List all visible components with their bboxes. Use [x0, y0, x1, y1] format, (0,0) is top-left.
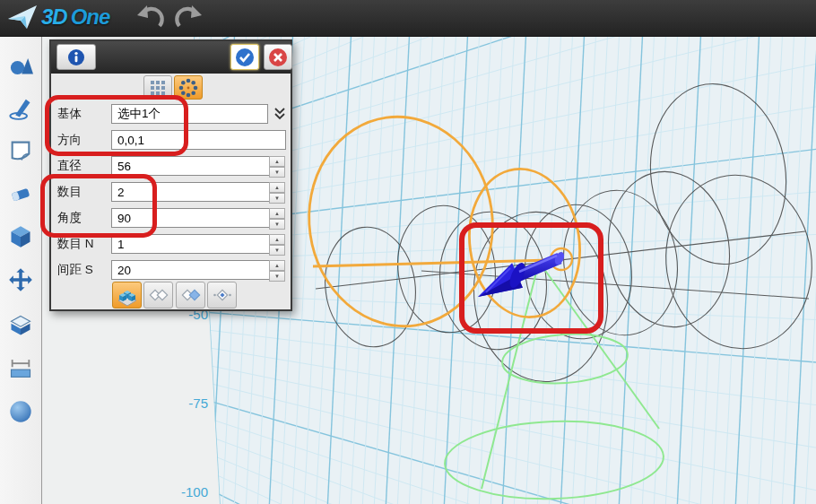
cancel-button[interactable]: [264, 44, 292, 70]
paper-plane-icon: [7, 4, 39, 30]
diameter-input[interactable]: [111, 156, 270, 176]
field-row-spacing-s: 间距 S ▲▼: [51, 259, 291, 281]
count-spinner: ▲▼: [269, 182, 285, 202]
sidebar-item-surface[interactable]: [8, 138, 33, 163]
ruler-icon: [8, 356, 33, 381]
sphere-icon: [8, 399, 33, 424]
pattern-type-row: [51, 74, 291, 100]
field-row-direction: 方向: [51, 129, 291, 151]
info-icon: [67, 48, 85, 66]
diameter-spinner: ▲▼: [269, 156, 285, 176]
field-row-count-n: 数目 N ▲▼: [51, 233, 291, 255]
sidebar-item-edit[interactable]: [8, 181, 33, 206]
confirm-button[interactable]: [230, 44, 259, 70]
sidebar-item-pattern[interactable]: [8, 313, 33, 338]
linear-pattern-icon: [148, 78, 168, 98]
sidebar-item-move[interactable]: [8, 267, 33, 292]
titlebar: 3D One: [0, 0, 816, 37]
sidebar-item-feature[interactable]: [8, 224, 33, 249]
direction-input[interactable]: [111, 130, 286, 150]
tool-sidebar: [0, 36, 42, 504]
angle-spinner: ▲▼: [269, 208, 285, 228]
spinner-down-icon[interactable]: ▼: [269, 271, 285, 282]
circular-pattern-button[interactable]: [174, 75, 203, 100]
field-row-base: 基体: [51, 103, 291, 125]
field-label-direction: 方向: [57, 129, 109, 151]
sidebar-item-sketch[interactable]: [8, 95, 33, 120]
base-input[interactable]: [111, 104, 268, 124]
diamond-filled-pair-icon: [179, 283, 203, 307]
option-diamond-center-dot-button[interactable]: [207, 282, 237, 308]
diamonds-pair-icon: [147, 283, 170, 307]
grid-axis-label: -100: [167, 484, 208, 500]
surface-sheet-icon: [8, 138, 33, 163]
count-n-spinner: ▲▼: [269, 234, 285, 254]
sidebar-item-primitive-shapes[interactable]: [8, 52, 33, 77]
angle-input[interactable]: [111, 208, 270, 228]
spinner-up-icon[interactable]: ▲: [269, 208, 285, 219]
stacked-layers-icon: [8, 313, 33, 338]
instance-cubes-icon: [116, 283, 139, 307]
move-arrows-icon: [8, 267, 33, 292]
field-label-count-n: 数目 N: [57, 233, 109, 255]
option-diamonds-pair-button[interactable]: [143, 282, 173, 308]
field-row-count: 数目 ▲▼: [51, 181, 291, 203]
spacing-s-input[interactable]: [111, 260, 270, 280]
spinner-down-icon[interactable]: ▼: [269, 219, 285, 230]
logo-text-one: One: [71, 4, 110, 30]
check-icon: [235, 48, 255, 67]
option-diamond-filled-pair-button[interactable]: [176, 282, 205, 308]
info-button[interactable]: [56, 44, 96, 70]
field-row-angle: 角度 ▲▼: [51, 207, 291, 229]
sketch-pen-icon: [8, 95, 33, 120]
logo-text-3d: 3D: [41, 4, 67, 30]
undo-button[interactable]: [135, 4, 167, 31]
spinner-down-icon[interactable]: ▼: [269, 245, 285, 256]
primitive-shapes-icon: [8, 52, 33, 77]
cube-icon: [8, 224, 33, 249]
count-input[interactable]: [111, 182, 270, 202]
spinner-up-icon[interactable]: ▲: [269, 234, 285, 245]
spinner-down-icon[interactable]: ▼: [269, 193, 285, 204]
spinner-up-icon[interactable]: ▲: [269, 156, 285, 167]
pattern-dialog: 基体 方向 直径 ▲▼ 数目 ▲▼ 角度 ▲▼: [49, 39, 292, 311]
sidebar-item-measure[interactable]: [8, 356, 33, 381]
field-label-angle: 角度: [57, 207, 109, 229]
option-instance-cubes-button[interactable]: [112, 282, 142, 308]
close-icon: [268, 48, 288, 67]
spinner-up-icon[interactable]: ▲: [269, 182, 285, 193]
redo-arrow-icon: [173, 4, 204, 31]
field-label-spacing-s: 间距 S: [57, 259, 109, 281]
redo-button[interactable]: [172, 4, 204, 31]
field-label-diameter: 直径: [57, 155, 109, 177]
app-logo: 3D One: [7, 4, 109, 30]
linear-pattern-button[interactable]: [143, 75, 172, 100]
field-row-diameter: 直径 ▲▼: [51, 155, 291, 177]
count-n-input[interactable]: [111, 234, 270, 254]
chevron-double-down-icon[interactable]: [272, 106, 288, 122]
app-root: -50 -75 -100 3D One: [0, 0, 816, 504]
field-label-base: 基体: [57, 103, 109, 125]
sidebar-item-render[interactable]: [8, 399, 33, 424]
spinner-up-icon[interactable]: ▲: [269, 260, 285, 271]
spinner-down-icon[interactable]: ▼: [269, 167, 285, 178]
spacing-s-spinner: ▲▼: [269, 260, 285, 280]
dialog-bottom-options: [51, 282, 291, 310]
diamond-center-dot-icon: [211, 283, 234, 307]
dialog-header: [51, 41, 291, 74]
field-label-count: 数目: [57, 181, 109, 203]
grid-axis-label: -75: [167, 395, 208, 411]
eraser-icon: [8, 181, 33, 206]
circular-pattern-icon: [178, 77, 199, 99]
undo-arrow-icon: [135, 4, 166, 31]
